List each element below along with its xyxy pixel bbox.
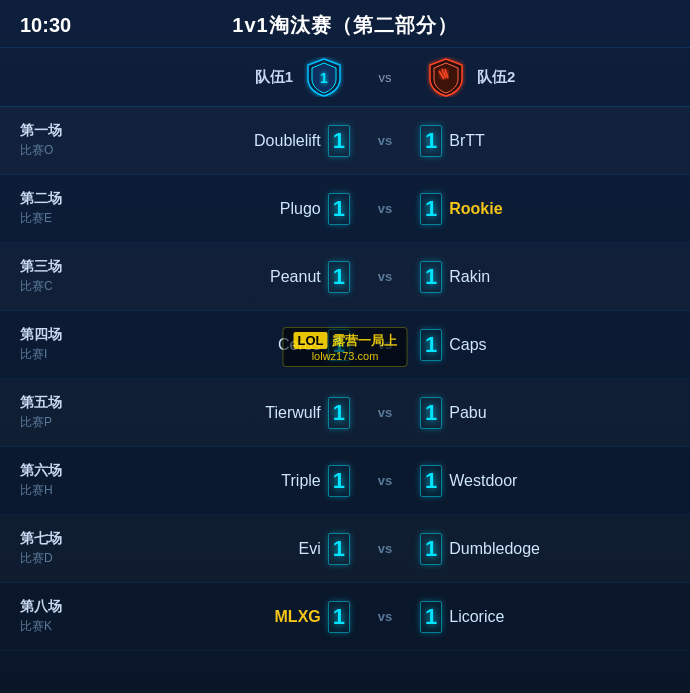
player1-name: Evi (299, 540, 321, 558)
header-title: 1v1淘汰赛（第二部分） (90, 12, 600, 39)
vs-label: vs (345, 609, 425, 624)
score2: 1 (425, 196, 437, 222)
col-vs-header: vs (345, 70, 425, 85)
player2-name: Pabu (449, 404, 486, 422)
score2-box: 1 (425, 196, 437, 222)
score1: 1 (333, 128, 345, 154)
score2: 1 (425, 332, 437, 358)
team1-header: 队伍1 1 (100, 56, 345, 98)
match-row: 第八场 比赛K MLXG 1 vs 1 Licorice (0, 583, 690, 651)
player1-name: MLXG (275, 608, 321, 626)
team2-area: 1 BrTT (425, 128, 670, 154)
match-row: 第四场 比赛I Ceros 1 vs 1 Caps (0, 311, 690, 379)
matches-container: 第一场 比赛O Doublelift 1 vs 1 BrTT 第二场 比赛E P… (0, 107, 690, 651)
vs-label: vs (345, 201, 425, 216)
score2-box: 1 (425, 604, 437, 630)
match-row: 第二场 比赛E Plugo 1 vs 1 Rookie (0, 175, 690, 243)
player1-name: Tierwulf (265, 404, 320, 422)
score2-box: 1 (425, 128, 437, 154)
score1-box: 1 (333, 332, 345, 358)
score1-box: 1 (333, 604, 345, 630)
player2-name: Westdoor (449, 472, 517, 490)
team1-area: Peanut 1 (100, 264, 345, 290)
round-code: 比赛P (20, 414, 100, 431)
score2: 1 (425, 536, 437, 562)
round-code: 比赛K (20, 618, 100, 635)
round-info: 第五场 比赛P (20, 394, 100, 431)
player1-name: Plugo (280, 200, 321, 218)
player1-name: Triple (281, 472, 320, 490)
score1-box: 1 (333, 196, 345, 222)
match-row: 第一场 比赛O Doublelift 1 vs 1 BrTT (0, 107, 690, 175)
header: 10:30 1v1淘汰赛（第二部分） (0, 0, 690, 48)
team2-header: 队伍2 (425, 56, 670, 98)
score2: 1 (425, 468, 437, 494)
round-info: 第七场 比赛D (20, 530, 100, 567)
team1-area: Tierwulf 1 (100, 400, 345, 426)
header-time: 10:30 (20, 14, 90, 37)
team1-badge: 1 (303, 56, 345, 98)
score1-box: 1 (333, 536, 345, 562)
round-name: 第六场 (20, 462, 100, 480)
score1-box: 1 (333, 400, 345, 426)
match-row: 第六场 比赛H Triple 1 vs 1 Westdoor (0, 447, 690, 515)
team1-label: 队伍1 (255, 68, 293, 87)
player2-name: Rookie (449, 200, 502, 218)
team2-area: 1 Licorice (425, 604, 670, 630)
vs-label: vs (345, 133, 425, 148)
round-code: 比赛H (20, 482, 100, 499)
team2-area: 1 Rakin (425, 264, 670, 290)
player2-name: BrTT (449, 132, 485, 150)
team2-area: 1 Dumbledoge (425, 536, 670, 562)
player2-name: Caps (449, 336, 486, 354)
score1-box: 1 (333, 264, 345, 290)
vs-label: vs (345, 541, 425, 556)
team2-area: 1 Rookie (425, 196, 670, 222)
round-code: 比赛O (20, 142, 100, 159)
team2-label: 队伍2 (477, 68, 515, 87)
score2: 1 (425, 604, 437, 630)
score2-box: 1 (425, 332, 437, 358)
score1: 1 (333, 264, 345, 290)
vs-label: vs (345, 337, 425, 352)
team2-badge (425, 56, 467, 98)
team1-area: Evi 1 (100, 536, 345, 562)
team1-area: Triple 1 (100, 468, 345, 494)
round-name: 第三场 (20, 258, 100, 276)
round-info: 第二场 比赛E (20, 190, 100, 227)
round-name: 第二场 (20, 190, 100, 208)
round-code: 比赛D (20, 550, 100, 567)
round-name: 第七场 (20, 530, 100, 548)
round-name: 第五场 (20, 394, 100, 412)
team2-area: 1 Westdoor (425, 468, 670, 494)
match-row: 第三场 比赛C Peanut 1 vs 1 Rakin (0, 243, 690, 311)
round-info: 第六场 比赛H (20, 462, 100, 499)
score2: 1 (425, 264, 437, 290)
player1-name: Ceros (278, 336, 321, 354)
round-code: 比赛C (20, 278, 100, 295)
team1-area: MLXG 1 (100, 604, 345, 630)
round-name: 第一场 (20, 122, 100, 140)
round-info: 第一场 比赛O (20, 122, 100, 159)
vs-label: vs (345, 405, 425, 420)
match-row: 第七场 比赛D Evi 1 vs 1 Dumbledoge (0, 515, 690, 583)
score1: 1 (333, 536, 345, 562)
team1-area: Plugo 1 (100, 196, 345, 222)
team2-area: 1 Caps (425, 332, 670, 358)
team1-area: Doublelift 1 (100, 128, 345, 154)
match-row: 第五场 比赛P Tierwulf 1 vs 1 Pabu (0, 379, 690, 447)
round-info: 第八场 比赛K (20, 598, 100, 635)
page-wrapper: 10:30 1v1淘汰赛（第二部分） 队伍1 1 (0, 0, 690, 693)
team1-area: Ceros 1 (100, 332, 345, 358)
score1: 1 (333, 332, 345, 358)
player1-name: Peanut (270, 268, 321, 286)
player2-name: Rakin (449, 268, 490, 286)
score1: 1 (333, 196, 345, 222)
player1-name: Doublelift (254, 132, 321, 150)
score1-box: 1 (333, 128, 345, 154)
score2-box: 1 (425, 400, 437, 426)
score1: 1 (333, 604, 345, 630)
round-info: 第三场 比赛C (20, 258, 100, 295)
round-name: 第四场 (20, 326, 100, 344)
score2: 1 (425, 400, 437, 426)
